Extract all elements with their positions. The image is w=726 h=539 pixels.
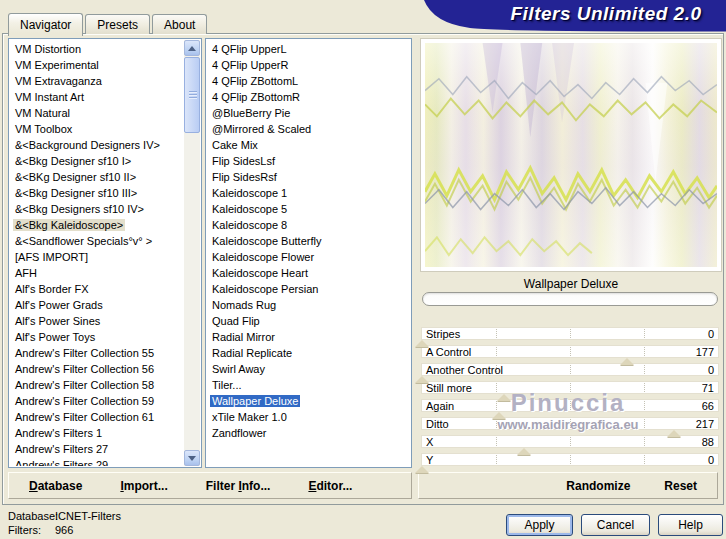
import-button[interactable]: Import... (120, 479, 167, 493)
filter-item[interactable]: Kaleidoscope Butterfly (210, 234, 410, 250)
slider-row[interactable]: Ditto 217 (421, 417, 719, 430)
category-item[interactable]: VM Experimental (13, 58, 184, 74)
tick-mark (496, 437, 497, 446)
category-item[interactable]: VM Extravaganza (13, 74, 184, 90)
category-item[interactable]: [AFS IMPORT] (13, 250, 184, 266)
category-item[interactable]: Andrew's Filters 29 (13, 458, 184, 466)
slider-row[interactable]: Still more 71 (421, 381, 719, 394)
filter-item[interactable]: Kaleidoscope Flower (210, 250, 410, 266)
slider-row[interactable]: Another Control 0 (421, 363, 719, 376)
filter-item[interactable]: Flip SidesLsf (210, 154, 410, 170)
slider-thumb-icon[interactable] (620, 358, 634, 365)
help-button[interactable]: Help (658, 514, 723, 536)
tick-mark (570, 347, 571, 356)
apply-button[interactable]: Apply (506, 514, 573, 536)
category-item[interactable]: Alf's Power Grads (13, 298, 184, 314)
filter-item[interactable]: 4 QFlip ZBottomR (210, 90, 410, 106)
slider-row[interactable]: Stripes 0 (421, 327, 719, 340)
category-item[interactable]: Andrew's Filter Collection 59 (13, 394, 184, 410)
category-list: VM DistortionVM ExperimentalVM Extravaga… (10, 40, 184, 466)
category-item[interactable]: &<Background Designers IV> (13, 138, 184, 154)
filter-item[interactable]: @Mirrored & Scaled (210, 122, 410, 138)
category-item[interactable]: Andrew's Filter Collection 56 (13, 362, 184, 378)
category-listbox: VM DistortionVM ExperimentalVM Extravaga… (8, 38, 202, 468)
filter-item[interactable]: Kaleidoscope Persian (210, 282, 410, 298)
filter-item[interactable]: Radial Replicate (210, 346, 410, 362)
filter-item[interactable]: @BlueBerry Pie (210, 106, 410, 122)
filter-info-button[interactable]: Filter Info... (206, 479, 271, 493)
filter-item[interactable]: xTile Maker 1.0 (210, 410, 410, 426)
filter-item[interactable]: Zandflower (210, 426, 410, 442)
filter-item[interactable]: Kaleidoscope 8 (210, 218, 410, 234)
slider-thumb-icon[interactable] (415, 466, 429, 473)
category-item[interactable]: Andrew's Filter Collection 58 (13, 378, 184, 394)
slider-row[interactable]: Y 0 (421, 453, 719, 466)
category-item[interactable]: Alf's Power Toys (13, 330, 184, 346)
scroll-up-button[interactable] (184, 40, 200, 56)
slider-thumb-icon[interactable] (415, 376, 429, 383)
tick-mark (570, 455, 571, 464)
category-item[interactable]: VM Distortion (13, 42, 184, 58)
category-item[interactable]: &<Bkg Designer sf10 I> (13, 154, 184, 170)
slider-value: 0 (708, 364, 714, 376)
category-item[interactable]: &<Sandflower Specials°v° > (13, 234, 184, 250)
filter-item[interactable]: Kaleidoscope 5 (210, 202, 410, 218)
cancel-button[interactable]: Cancel (581, 514, 650, 536)
category-item[interactable]: &<Bkg Designer sf10 III> (13, 186, 184, 202)
filter-item[interactable]: Kaleidoscope Heart (210, 266, 410, 282)
category-item[interactable]: VM Natural (13, 106, 184, 122)
category-item[interactable]: Andrew's Filters 27 (13, 442, 184, 458)
filter-item[interactable]: Radial Mirror (210, 330, 410, 346)
filter-item[interactable]: Tiler... (210, 378, 410, 394)
category-item[interactable]: Andrew's Filter Collection 61 (13, 410, 184, 426)
category-item[interactable]: Andrew's Filters 1 (13, 426, 184, 442)
scrollbar-thumb[interactable] (184, 57, 200, 133)
filter-item[interactable]: 4 QFlip UpperL (210, 42, 410, 58)
left-toolbar: DatabaseImport...Filter Info...Editor... (8, 472, 412, 499)
slider-label: Another Control (426, 364, 503, 376)
slider-thumb-icon[interactable] (415, 340, 429, 347)
status-database-row: Database:ICNET-Filters (8, 509, 121, 523)
filter-item[interactable]: 4 QFlip UpperR (210, 58, 410, 74)
filter-item[interactable]: Swirl Away (210, 362, 410, 378)
filter-item[interactable]: 4 QFlip ZBottomL (210, 74, 410, 90)
slider-thumb-icon[interactable] (492, 412, 506, 419)
category-item[interactable]: &<BKg Designer sf10 II> (13, 170, 184, 186)
slider-row[interactable]: Again 66 (421, 399, 719, 412)
category-item[interactable]: Alf's Border FX (13, 282, 184, 298)
tab-navigator[interactable]: Navigator (8, 13, 83, 36)
slider-row[interactable]: A Control 177 (421, 345, 719, 358)
tick-mark (644, 383, 645, 392)
category-item[interactable]: Alf's Power Sines (13, 314, 184, 330)
preview-image[interactable] (425, 43, 717, 267)
filter-item[interactable]: Kaleidoscope 1 (210, 186, 410, 202)
database-label: Database: (8, 509, 55, 523)
category-item[interactable]: &<Bkg Kaleidoscope> (13, 218, 184, 234)
tab-presets[interactable]: Presets (85, 14, 150, 34)
scroll-down-button[interactable] (184, 450, 200, 466)
category-item[interactable]: &<Bkg Designers sf10 IV> (13, 202, 184, 218)
reset-button[interactable]: Reset (664, 479, 697, 493)
category-item[interactable]: VM Toolbox (13, 122, 184, 138)
arrow-up-icon (188, 46, 196, 51)
slider-thumb-icon[interactable] (517, 448, 531, 455)
randomize-button[interactable]: Randomize (566, 479, 630, 493)
slider-thumb-icon[interactable] (667, 430, 681, 437)
filter-item[interactable]: Wallpaper Deluxe (210, 394, 410, 410)
category-item[interactable]: VM Instant Art (13, 90, 184, 106)
slider-thumb-icon[interactable] (497, 394, 511, 401)
filter-listbox: 4 QFlip UpperL4 QFlip UpperR4 QFlip ZBot… (205, 38, 412, 468)
arrow-down-icon (188, 456, 196, 461)
category-item[interactable]: AFH (13, 266, 184, 282)
tick-mark (644, 365, 645, 374)
filter-item[interactable]: Cake Mix (210, 138, 410, 154)
filter-item[interactable]: Quad Flip (210, 314, 410, 330)
category-item[interactable]: Andrew's Filter Collection 55 (13, 346, 184, 362)
tick-mark (496, 401, 497, 410)
editor-button[interactable]: Editor... (308, 479, 352, 493)
filter-item[interactable]: Nomads Rug (210, 298, 410, 314)
filter-item[interactable]: Flip SidesRsf (210, 170, 410, 186)
database-button[interactable]: Database (29, 479, 82, 493)
category-scrollbar[interactable] (184, 40, 200, 466)
tab-about[interactable]: About (152, 14, 207, 34)
